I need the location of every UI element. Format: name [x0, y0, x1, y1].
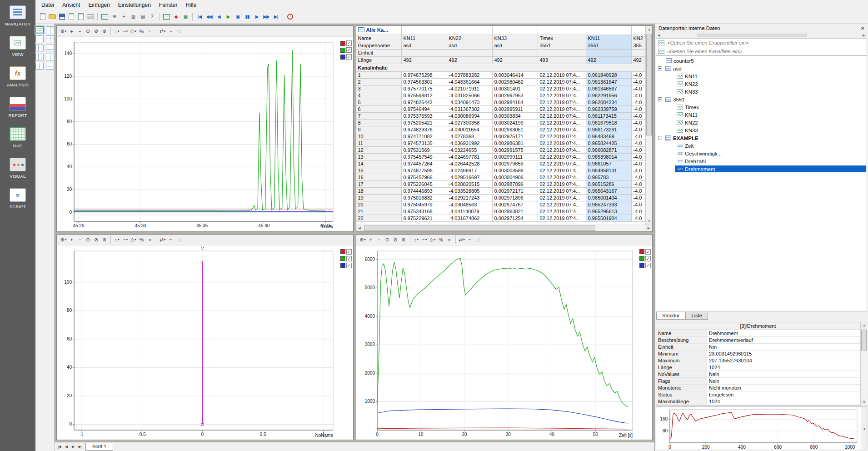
data-cell[interactable]: -4.041140079	[447, 208, 493, 215]
meta-cell[interactable]	[586, 50, 632, 57]
column-header[interactable]: KN22	[447, 35, 493, 42]
data-cell[interactable]: -4.0	[632, 201, 646, 208]
legend-checkbox[interactable]: ✓	[346, 40, 352, 46]
data-cell[interactable]: -4.029516697	[447, 174, 493, 181]
data-cell[interactable]: 0.965783	[586, 174, 632, 181]
group-filter-input[interactable]: <Geben Sie einen Gruppenfilter ein>	[656, 38, 867, 47]
zoom-tool-button[interactable]: ⊕▾	[60, 27, 67, 35]
legend-checkbox[interactable]: ✓	[346, 249, 352, 255]
data-cell[interactable]: 0.002986381	[493, 140, 538, 147]
sidebar-item-navigator[interactable]: NAVIGATOR	[5, 5, 30, 26]
pan-tool-button[interactable]: +	[367, 236, 375, 244]
property-value[interactable]: 207.135527630104	[707, 357, 860, 364]
data-cell[interactable]: 0.961840928	[586, 72, 632, 79]
row-number[interactable]: 7	[356, 113, 402, 120]
data-cell[interactable]: 0.974771082	[402, 133, 447, 140]
legend-checkbox[interactable]: ✓	[346, 256, 352, 261]
sidebar-item-visual[interactable]: VISUAL	[10, 158, 26, 179]
layout-preset-5[interactable]	[46, 45, 54, 51]
y-axis-mode-button[interactable]: ↕▾	[413, 236, 420, 244]
data-cell[interactable]: 0.002987896	[493, 181, 538, 188]
data-cell[interactable]: 0.002984164	[493, 99, 538, 106]
data-cell[interactable]: -4.0	[632, 92, 646, 99]
play-button[interactable]: ▶	[224, 12, 233, 22]
pan-tool-button[interactable]: +	[68, 27, 75, 35]
data-cell[interactable]: -4.031825066	[447, 92, 493, 99]
property-value[interactable]: Nein	[707, 378, 860, 385]
sheet-nav-0[interactable]: |◀	[56, 445, 63, 449]
row-number[interactable]: 15	[356, 167, 402, 174]
legend-checkbox[interactable]: ✓	[645, 256, 651, 261]
sidebar-item-analysis[interactable]: fxANALYSIS	[7, 66, 29, 87]
tree-item-kn22[interactable]: KN22	[656, 80, 867, 88]
data-cell[interactable]: 0.965501904	[586, 215, 632, 222]
data-cell[interactable]: -4.036931992	[447, 140, 493, 147]
property-value[interactable]: Nein	[707, 371, 860, 378]
data-cell[interactable]: -4.027300358	[447, 120, 493, 126]
axis-systems-button[interactable]: ⊞	[110, 12, 119, 22]
data-cell[interactable]: -4.0	[632, 79, 646, 85]
data-cell[interactable]: 0.003003586	[493, 167, 538, 174]
legend-checkbox[interactable]: ✓	[645, 263, 651, 268]
meta-cell[interactable]: Länge	[356, 57, 402, 64]
scroll-left-icon[interactable]: ◀	[356, 225, 363, 232]
data-cell[interactable]: -4.0	[632, 188, 646, 195]
data-cell[interactable]: 0.975229621	[402, 215, 447, 222]
property-value[interactable]: Eingelesen	[707, 391, 860, 398]
data-cell[interactable]: 0.974457264	[402, 160, 447, 167]
data-cell[interactable]: 0.002972171	[493, 188, 538, 195]
magnifier-button[interactable]: ⊚	[100, 27, 108, 35]
layout-preset-1[interactable]	[46, 26, 54, 33]
meta-cell[interactable]: asd	[493, 42, 538, 50]
sidebar-item-report[interactable]: REPORT	[8, 97, 27, 118]
table-title-spacer[interactable]	[402, 26, 447, 35]
menu-einstellungen[interactable]: Einstellungen	[114, 0, 155, 10]
data-cell[interactable]: 0.97546494	[402, 106, 447, 113]
data-cell[interactable]: 0.96515286	[586, 181, 632, 188]
data-cell[interactable]: -4.037883282	[447, 72, 493, 79]
property-value[interactable]: 1024	[707, 398, 860, 405]
fast-forward-button[interactable]: ▶▶	[262, 12, 271, 22]
data-cell[interactable]: -4.0	[632, 72, 646, 79]
data-cell[interactable]: 02.12.2019 07:4...	[538, 201, 586, 208]
menu-hilfe[interactable]: Hilfe	[182, 0, 201, 10]
data-cell[interactable]: 0.965001404	[586, 195, 632, 201]
data-cell[interactable]: 0.961173415	[586, 113, 632, 120]
legend-checkbox[interactable]: ✓	[645, 249, 651, 255]
data-cell[interactable]: 0.002979659	[493, 160, 538, 167]
scroll-right-icon[interactable]: ▶	[645, 225, 652, 232]
data-cell[interactable]: 0.961679518	[586, 120, 632, 126]
data-cell[interactable]: 0.965824425	[586, 140, 632, 147]
tree-item-3551[interactable]: 3551	[656, 95, 867, 103]
row-number[interactable]: 17	[356, 181, 402, 188]
meta-cell[interactable]	[538, 50, 586, 57]
tree-expander-icon[interactable]	[658, 97, 662, 101]
data-cell[interactable]: 0.961361647	[586, 79, 632, 85]
meta-cell[interactable]: Einheit	[356, 50, 402, 57]
zoom-reset-button[interactable]: ⊘	[92, 236, 100, 244]
data-cell[interactable]: -4.0	[632, 147, 646, 154]
marker-mode-button[interactable]: ◇▾	[130, 236, 137, 244]
tab-struktur[interactable]: Struktur	[656, 312, 686, 320]
data-cell[interactable]: 0.002995911	[493, 106, 538, 113]
data-cell[interactable]: 0.975457549	[402, 154, 447, 160]
timex-chart[interactable]: 02040608010012014045:2545:3045:3545:4045…	[58, 38, 337, 231]
property-value[interactable]: 1024	[707, 364, 860, 371]
tree-expander-icon[interactable]	[658, 136, 662, 140]
zeit-chart[interactable]: 10002000300040005000600001020304050Zeit …	[357, 246, 636, 439]
property-value[interactable]: Drehmomentverlauf	[707, 337, 860, 344]
legend-checkbox[interactable]: ✓	[346, 54, 352, 60]
data-cell[interactable]: 0.975770175	[402, 85, 447, 92]
percent-scale-button[interactable]: %	[437, 236, 445, 244]
meta-cell[interactable]: 493	[538, 57, 586, 64]
data-cell[interactable]: -4.0	[632, 120, 646, 126]
meta-cell[interactable]	[493, 50, 538, 57]
data-cell[interactable]: 0.974446893	[402, 188, 447, 195]
y-axis-mode-button[interactable]: ↕▾	[113, 236, 121, 244]
time-settings-button[interactable]	[285, 12, 294, 22]
data-cell[interactable]: -4.0	[632, 181, 646, 188]
smooth-curve-button[interactable]: ~	[167, 236, 175, 244]
row-number[interactable]: 2	[356, 79, 402, 85]
data-cell[interactable]: 0.974829376	[402, 126, 447, 133]
meta-cell[interactable]: 492	[402, 57, 447, 64]
